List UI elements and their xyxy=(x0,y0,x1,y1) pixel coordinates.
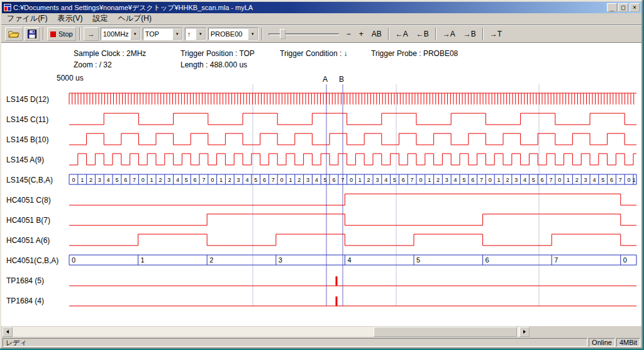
sample-clock-info: Sample Clock : 2MHz xyxy=(74,49,146,58)
trigger-edge-select[interactable]: ↑ ▼ xyxy=(185,28,206,40)
bus-value: 0 xyxy=(419,177,422,183)
bus-value: 7 xyxy=(554,256,558,264)
bus-value: 2 xyxy=(89,177,92,183)
menu-settings[interactable]: 設定 xyxy=(87,12,113,26)
bus-value: 3 xyxy=(445,177,448,183)
scroll-right-button[interactable] xyxy=(519,327,530,337)
scroll-thumb[interactable] xyxy=(374,327,517,337)
zoom-in-button[interactable]: + xyxy=(356,28,367,40)
minimize-button[interactable]: _ xyxy=(607,3,617,12)
status-memory-badge: 4MBit xyxy=(616,338,640,347)
run-button[interactable]: → xyxy=(84,27,99,41)
bus-value: 5 xyxy=(185,177,188,183)
time-division-label: 5000 us xyxy=(57,74,84,82)
scroll-left-button[interactable] xyxy=(3,327,13,337)
stop-button[interactable]: Stop xyxy=(47,27,76,41)
bus-value: 2 xyxy=(209,256,213,264)
chevron-down-icon[interactable]: ▼ xyxy=(130,28,140,40)
chevron-down-icon[interactable]: ▼ xyxy=(196,28,206,40)
goto-trigger-button[interactable]: →T xyxy=(487,28,505,40)
channel-label: HC4051 C(8) xyxy=(6,196,51,205)
bus-value: 3 xyxy=(584,177,587,183)
trigger-position-select[interactable]: TOP ▼ xyxy=(143,28,183,40)
toolbar-separator xyxy=(79,28,80,40)
maximize-button[interactable]: □ xyxy=(618,3,628,12)
waveform-trace xyxy=(69,194,636,205)
goto-marker-b-button[interactable]: ←B xyxy=(413,28,432,40)
stop-label: Stop xyxy=(58,30,73,38)
bus-value: 1 xyxy=(358,177,362,183)
bus-value: 7 xyxy=(202,177,205,183)
bus-value: 2 xyxy=(436,177,440,183)
bus-value: 1 xyxy=(150,177,153,183)
menu-file[interactable]: ファイル(F) xyxy=(2,12,52,26)
toolbar-separator xyxy=(43,28,44,40)
status-online-badge: Online xyxy=(589,338,615,347)
bus-value: 2 xyxy=(367,177,370,183)
bus-value: 4 xyxy=(107,177,110,183)
set-marker-a-button[interactable]: →A xyxy=(440,28,458,40)
bus-value: 5 xyxy=(115,177,118,183)
goto-marker-a-button[interactable]: ←A xyxy=(392,28,411,40)
bus-value: 6 xyxy=(402,177,405,183)
channel-label: LS145 C(11) xyxy=(6,115,48,124)
bus-value: 4 xyxy=(315,177,318,183)
bus-value: 6 xyxy=(471,177,474,183)
scroll-track[interactable] xyxy=(13,327,519,337)
bus-value: 1 xyxy=(567,177,570,183)
bus-value: 1 xyxy=(80,177,84,183)
chevron-down-icon[interactable]: ▼ xyxy=(248,28,258,40)
zoom-out-button[interactable]: − xyxy=(343,28,354,40)
toolbar-separator xyxy=(388,28,389,40)
bus-value: 3 xyxy=(98,177,101,183)
set-marker-b-button[interactable]: →B xyxy=(460,28,479,40)
bus-value: 4 xyxy=(245,177,248,183)
bus-value: 7 xyxy=(411,177,414,183)
bus-value: 6 xyxy=(541,177,544,183)
bus-value: 2 xyxy=(575,177,579,183)
chevron-down-icon[interactable]: ▼ xyxy=(172,28,182,40)
trigger-edge-value: ↑ xyxy=(186,28,196,40)
left-arrow-icon xyxy=(6,330,9,334)
bus-value: 6 xyxy=(263,177,266,183)
bus-value: 5 xyxy=(601,177,604,183)
menu-view[interactable]: 表示(V) xyxy=(52,12,87,26)
floppy-icon xyxy=(28,30,36,38)
horizontal-scrollbar[interactable] xyxy=(3,327,530,337)
close-button[interactable]: × xyxy=(630,3,640,12)
bus-value: 0 xyxy=(489,177,492,183)
open-button[interactable] xyxy=(5,27,23,41)
bus-value: 4 xyxy=(523,177,526,183)
channel-label: LS145 A(9) xyxy=(6,155,44,164)
bus-value: 3 xyxy=(279,256,282,264)
save-button[interactable] xyxy=(25,27,40,41)
waveform-display[interactable]: 5000 usABLS145 D(12)LS145 C(11)LS145 B(1… xyxy=(1,71,640,325)
trigger-probe-value: PROBE00 xyxy=(209,28,248,40)
channel-label: HC4051 B(7) xyxy=(6,216,50,225)
bus-value: 7 xyxy=(341,177,344,183)
toolbar: Stop → 100MHz ▼ TOP ▼ ↑ ▼ PROBE00 ▼ − + … xyxy=(1,25,641,43)
bus-value: 5 xyxy=(393,177,396,183)
waveform-trace xyxy=(69,93,636,104)
menu-help[interactable]: ヘルプ(H) xyxy=(113,12,157,26)
marker-b-label: B xyxy=(339,75,344,84)
bus-value: 6 xyxy=(486,256,489,264)
trigger-probe-select[interactable]: PROBE00 ▼ xyxy=(208,28,258,40)
zoom-slider[interactable] xyxy=(269,28,339,40)
bus-value: 5 xyxy=(416,256,420,264)
slider-handle[interactable] xyxy=(280,29,286,39)
bus-value: 0 xyxy=(280,177,284,183)
trigger-position-value: TOP xyxy=(143,28,172,40)
bus-value: 4 xyxy=(454,177,457,183)
bus-value: 7 xyxy=(133,177,136,183)
channel-label: TP1684 (5) xyxy=(6,276,44,285)
bus-value: 6 xyxy=(332,177,335,183)
ab-range-button[interactable]: AB xyxy=(369,28,385,40)
sample-clock-select[interactable]: 100MHz ▼ xyxy=(101,28,141,40)
bus-value: 7 xyxy=(619,177,622,183)
channel-label: TP1684 (4) xyxy=(6,296,44,305)
app-icon xyxy=(3,3,12,12)
channel-label: LS145 D(12) xyxy=(6,95,49,104)
sample-clock-value: 100MHz xyxy=(101,28,130,40)
trigger-probe-info: Trigger Probe : PROBE08 xyxy=(371,49,458,58)
